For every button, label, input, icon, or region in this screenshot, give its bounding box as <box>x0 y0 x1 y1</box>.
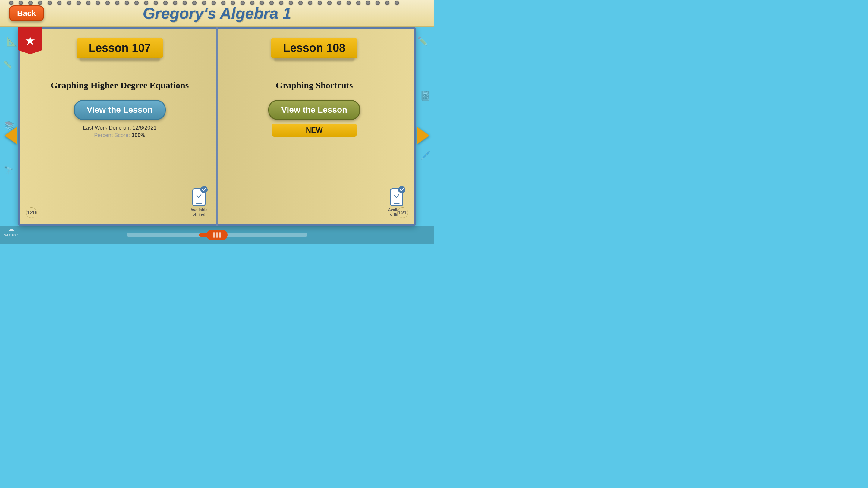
home-bar-icon <box>213 232 215 238</box>
header: Back Gregory's Algebra 1 <box>0 0 434 27</box>
spiral-ring <box>356 1 361 5</box>
spiral-ring <box>231 1 235 5</box>
spiral-ring <box>28 1 33 5</box>
spiral-ring <box>221 1 225 5</box>
star-bookmark: ★ <box>18 27 42 54</box>
spiral-ring <box>318 1 322 5</box>
prev-page-button[interactable] <box>3 125 18 146</box>
offline-text-left: Availableoffline! <box>190 207 208 217</box>
lesson-108-title: Lesson 108 <box>283 41 345 55</box>
right-arrow-icon <box>417 127 430 144</box>
lesson-107-banner: Lesson 107 <box>76 38 163 58</box>
lesson-107-subject: Graphing Higher-Degree Equations <box>51 79 189 91</box>
spiral-ring <box>241 1 245 5</box>
back-button[interactable]: Back <box>9 5 44 22</box>
spiral-ring <box>57 1 61 5</box>
spiral-ring <box>115 1 119 5</box>
spiral-ring <box>125 1 129 5</box>
checkmark-icon-left <box>200 186 208 193</box>
doodle-decoration: 📏 <box>3 60 12 69</box>
page-left: Lesson 107 Graphing Higher-Degree Equati… <box>20 29 218 224</box>
lesson-108-subject: Graphing Shortcuts <box>276 79 353 91</box>
spiral-ring <box>9 1 13 5</box>
spiral-binding <box>9 0 425 5</box>
lesson-108-banner: Lesson 108 <box>271 38 358 58</box>
view-lesson-107-button[interactable]: View the Lesson <box>74 100 166 120</box>
percent-score-label: Percent Score: <box>94 132 130 138</box>
last-work-date: Last Work Done on: 12/8/2021 <box>83 125 156 131</box>
spiral-ring <box>375 1 380 5</box>
star-icon: ★ <box>25 34 36 47</box>
spiral-ring <box>144 1 148 5</box>
spiral-ring <box>279 1 283 5</box>
spiral-ring <box>134 1 138 5</box>
spiral-ring <box>299 1 303 5</box>
spiral-ring <box>48 1 52 5</box>
book-spine <box>216 27 218 226</box>
spiral-ring <box>260 1 264 5</box>
doodle-decoration: ✏️ <box>417 36 428 46</box>
spiral-ring <box>202 1 206 5</box>
spiral-ring <box>96 1 100 5</box>
phone-icon-right <box>390 188 403 206</box>
spiral-ring <box>347 1 351 5</box>
spiral-ring <box>327 1 332 5</box>
spiral-ring <box>105 1 110 5</box>
home-bar-icon <box>216 232 218 238</box>
page-number-left: 120 <box>26 207 37 218</box>
home-button[interactable] <box>207 230 227 240</box>
spiral-ring <box>385 1 390 5</box>
doodle-decoration: 🔭 <box>4 166 13 175</box>
spiral-ring <box>366 1 370 5</box>
version-label: v4.0.837 <box>4 233 18 237</box>
spiral-ring <box>250 1 254 5</box>
spiral-ring <box>289 1 293 5</box>
phone-icon-left <box>192 188 206 206</box>
checkmark-icon-right <box>398 186 405 193</box>
new-badge: NEW <box>272 124 356 137</box>
left-arrow-icon <box>4 127 17 144</box>
next-page-button[interactable] <box>416 125 431 146</box>
spiral-ring <box>395 1 399 5</box>
spiral-ring <box>337 1 341 5</box>
page-right: Lesson 108 Graphing Shortcuts View the L… <box>218 29 414 224</box>
spiral-ring <box>212 1 216 5</box>
spiral-ring <box>86 1 90 5</box>
page-number-right: 121 <box>397 207 408 218</box>
spiral-ring <box>270 1 274 5</box>
home-bar-icon <box>219 232 221 238</box>
spiral-ring <box>183 1 187 5</box>
page-title: Gregory's Algebra 1 <box>143 4 291 22</box>
view-lesson-108-button[interactable]: View the Lesson <box>268 100 360 120</box>
doodle-decoration: 📓 <box>420 90 431 101</box>
banner-divider-right <box>247 67 382 67</box>
percent-score-value: 100% <box>131 132 145 138</box>
spiral-ring <box>154 1 158 5</box>
banner-divider <box>52 67 187 67</box>
cloud-icon: ☁ <box>8 225 14 233</box>
bottom-bar <box>0 226 434 244</box>
spiral-ring <box>173 1 177 5</box>
spiral-ring <box>308 1 312 5</box>
spiral-ring <box>19 1 23 5</box>
lesson-107-title: Lesson 107 <box>89 41 151 55</box>
doodle-decoration: 🖊️ <box>421 151 430 160</box>
spiral-ring <box>67 1 71 5</box>
offline-badge-left: Availableoffline! <box>190 188 208 217</box>
percent-score: Percent Score: 100% <box>94 132 145 138</box>
spiral-ring <box>163 1 167 5</box>
spiral-ring <box>38 1 42 5</box>
spiral-ring <box>76 1 81 5</box>
spiral-ring <box>192 1 196 5</box>
doodle-decoration: 📐 <box>6 36 17 47</box>
